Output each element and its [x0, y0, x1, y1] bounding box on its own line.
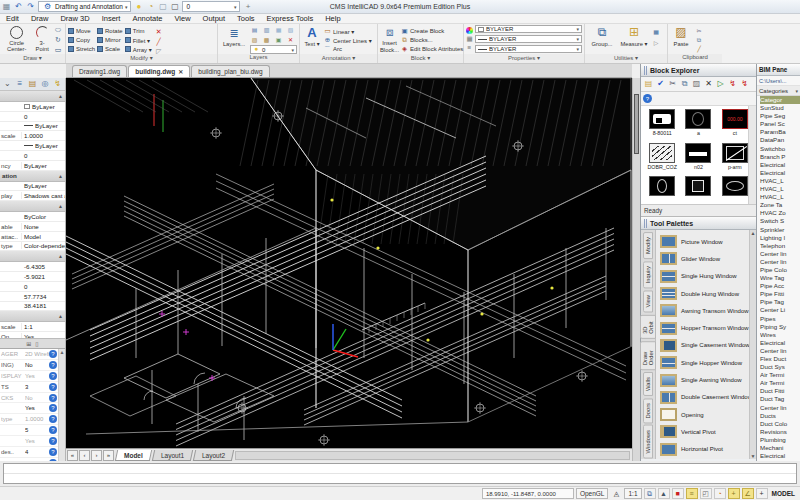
sysvar-row[interactable]: type 1.0000 ? [0, 414, 65, 425]
palette-tool[interactable]: Double Casement Window [660, 389, 754, 406]
menu-item[interactable]: Output [197, 14, 232, 23]
arc-button[interactable]: 3-Point Arc ▾ [33, 25, 51, 53]
bim-category-item[interactable]: Branch P [760, 153, 800, 161]
property-value[interactable]: ByLayer [22, 103, 65, 110]
palette-tab[interactable]: Draw Order [640, 341, 656, 370]
block-item[interactable]: 8-80011 [645, 109, 679, 140]
property-section-header[interactable]: ▲ [0, 311, 65, 322]
property-row[interactable]: ByColor [0, 212, 65, 222]
palette-tool[interactable]: Single Casement Window [660, 337, 754, 354]
bim-category-item[interactable]: Sprinkler [760, 226, 800, 234]
document-tab[interactable]: building.dwg✕ [128, 65, 190, 77]
sysvar-row[interactable]: des.. 4 ? [0, 447, 65, 458]
palette-grip[interactable]: ⊞▯ [0, 338, 65, 348]
collapse-icon[interactable]: ▲ [58, 93, 63, 99]
block-toolbar-icon[interactable]: ▷ [715, 79, 726, 90]
property-row[interactable]: 0 [0, 112, 65, 122]
layer-state-icon[interactable]: ◔ [145, 1, 156, 12]
property-row[interactable]: ByLayer [0, 102, 65, 112]
bim-category-item[interactable]: DataPan [760, 136, 800, 144]
menu-item[interactable]: Tools [231, 14, 261, 23]
bim-category-item[interactable]: Pipe Fitti [760, 290, 800, 298]
bim-category-item[interactable]: Duct Tag [760, 395, 800, 403]
bim-category-item[interactable]: Wires [760, 331, 800, 339]
bim-category-item[interactable]: Wire Tag [760, 274, 800, 282]
property-row[interactable]: On Yes [0, 332, 65, 338]
property-value[interactable]: Shadows cast a.. [22, 192, 65, 199]
modify-button[interactable]: Scale [97, 45, 123, 53]
status-toggle-icon[interactable]: ∠ [742, 488, 754, 499]
sysvar-row[interactable]: Yes ? [0, 403, 65, 414]
property-value[interactable]: Model [22, 233, 65, 240]
block-button[interactable]: ▣Create Block [401, 27, 463, 35]
renderer-button[interactable]: OpenGL [576, 488, 609, 499]
collapse-icon[interactable]: ▲ [58, 173, 63, 179]
status-toggle-icon[interactable]: ≡ [686, 488, 698, 499]
block-item[interactable]: n02 [681, 143, 715, 174]
palette-tab[interactable]: 3D Orbit [640, 315, 656, 339]
color-dropdown[interactable]: BYLAYER▾ [475, 25, 582, 33]
panel-label-properties[interactable]: Properties ▾ [464, 54, 584, 63]
block-item[interactable]: 000.00 ct [718, 109, 752, 140]
layer-state-icon[interactable]: ▢ [157, 1, 168, 12]
property-value[interactable]: ByLayer [22, 122, 65, 129]
block-toolbar-icon[interactable]: ↯ [739, 79, 750, 90]
group-button[interactable]: ⧉ Group... [587, 25, 617, 53]
annotation-scale-button[interactable]: 1:1 [624, 488, 641, 499]
drawing-canvas[interactable] [66, 78, 632, 448]
annotation-button[interactable]: ⊕Center Lines ▾ [324, 36, 372, 44]
bim-category-item[interactable]: Center lin [760, 347, 800, 355]
bim-category-item[interactable]: Piping Sy [760, 323, 800, 331]
layer-tool-icon[interactable]: ▩ [262, 35, 271, 44]
help-icon[interactable]: ? [49, 404, 57, 412]
property-row[interactable]: -5.9021 [0, 272, 65, 282]
block-toolbar-icon[interactable]: ✔ [655, 79, 666, 90]
block-item[interactable] [645, 176, 679, 201]
modify-button[interactable]: Rotate [97, 27, 123, 35]
property-row[interactable]: able None [0, 222, 65, 232]
property-value[interactable]: 0 [22, 152, 65, 159]
sysvar-row[interactable]: TS 3 ? [0, 382, 65, 393]
palette-tool[interactable]: Opening [660, 406, 754, 423]
help-icon[interactable]: ? [643, 94, 652, 103]
command-input[interactable] [3, 463, 797, 484]
status-toggle-icon[interactable]: ⧉ [644, 488, 656, 499]
bim-category-item[interactable]: Electrical [760, 339, 800, 347]
bim-category-item[interactable]: SunStud [760, 104, 800, 112]
properties-toolbar-icon[interactable]: ↯ [52, 79, 63, 90]
collapse-icon[interactable]: ▲ [58, 313, 63, 319]
properties-toolbar-icon[interactable]: ≡ [15, 79, 26, 90]
modify-button[interactable]: Mirror [97, 36, 123, 44]
bim-category-item[interactable]: Duct Colo [760, 420, 800, 428]
palette-tool[interactable]: Single Hung Window [660, 268, 754, 285]
tab-nav-button[interactable]: » [103, 450, 114, 461]
block-toolbar-icon[interactable]: ▤ [643, 79, 654, 90]
property-value[interactable]: 1:1 [22, 323, 65, 330]
quick-access-icon[interactable]: ↶ [13, 1, 24, 12]
layer-tool-icon[interactable]: ▨ [250, 35, 259, 44]
property-row[interactable]: -6.4305 [0, 262, 65, 272]
palette-tool[interactable]: Single Hopper Window [660, 354, 754, 371]
bim-category-item[interactable]: Mechani [760, 444, 800, 452]
palette-tab[interactable]: Walls [643, 372, 653, 396]
bim-category-item[interactable]: Center lin [760, 258, 800, 266]
status-toggle-icon[interactable]: ◰ [700, 488, 712, 499]
bim-category-item[interactable]: Plumbing [760, 436, 800, 444]
bim-category-item[interactable]: Zone Ta [760, 201, 800, 209]
linetype-icon[interactable]: ≡ [466, 45, 473, 52]
block-item[interactable]: a [681, 109, 715, 140]
modify-button[interactable]: Trim [125, 27, 152, 35]
panel-label-layers[interactable]: Layers [218, 54, 299, 63]
property-section-header[interactable]: ▲ [0, 251, 65, 262]
bim-category-item[interactable]: ParamBa [760, 128, 800, 136]
property-row[interactable]: play Shadows cast a.. [0, 191, 65, 201]
property-value[interactable]: ByLayer [22, 142, 65, 149]
help-icon[interactable]: ? [49, 383, 57, 391]
property-row[interactable]: 0 [0, 282, 65, 292]
properties-toolbar-icon[interactable]: ⌄ [2, 79, 13, 90]
bim-category-item[interactable]: Center Li [760, 306, 800, 314]
palette-tool[interactable]: Single Awning Window [660, 371, 754, 388]
block-item[interactable]: p-arm [718, 143, 752, 174]
property-row[interactable]: ByLayer [0, 122, 65, 132]
menu-item[interactable]: View [168, 14, 196, 23]
